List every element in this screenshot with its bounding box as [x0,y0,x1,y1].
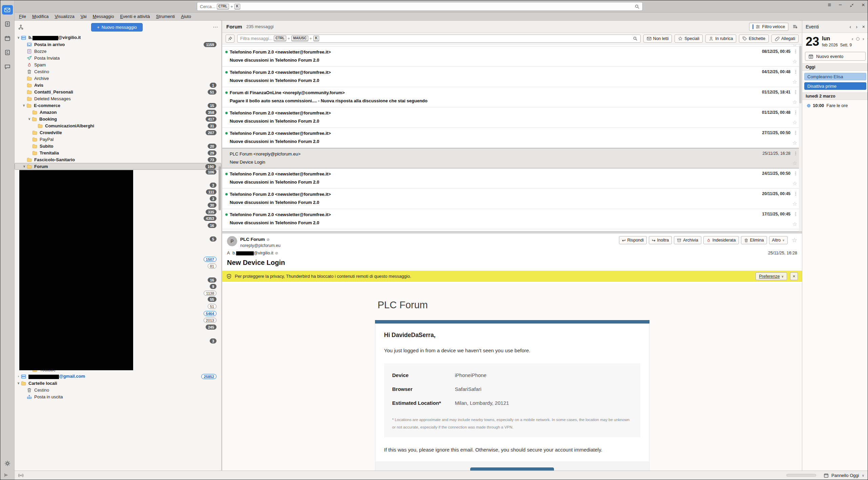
chevron-down-icon[interactable]: ∨ [16,36,21,39]
unread-dot[interactable] [225,173,228,175]
settings-gear-icon[interactable] [2,459,13,468]
unread-dot[interactable] [225,193,228,195]
folder-row-forum-selected[interactable]: ∨Forum190 [15,163,221,170]
menu-messaggio[interactable]: Messaggio [90,13,117,20]
chevron-down-icon[interactable]: ∨ [22,165,27,168]
folder-row-spam[interactable]: Spam [15,61,221,68]
folder-row-deleted-messages[interactable]: Deleted Messages [15,95,221,102]
filter-contacts-button[interactable]: In rubrica [705,35,736,43]
addressbook-space-button[interactable] [2,19,13,29]
folder-row-outbox[interactable]: Posta in uscita [15,393,221,400]
quick-filter-toggle-button[interactable]: Filtro veloce [749,23,788,31]
menu-vai[interactable]: Vai [78,13,90,20]
horizontal-scrollbar[interactable] [786,474,816,477]
star-icon[interactable]: ☆ [792,140,797,146]
app-menu-button[interactable]: ≡ [828,2,831,8]
folder-row-local-folders[interactable]: ∨ Cartelle locali [15,380,221,387]
event-item-selected[interactable]: Disattiva prime [804,82,866,90]
kebab-menu-icon[interactable]: ⋮ [793,89,798,95]
message-row[interactable]: Telefonino Forum 2.0 <newsletter@forumfr… [222,107,802,128]
chevron-down-icon[interactable]: ∨ [27,117,32,121]
chevron-down-icon[interactable]: ∨ [21,104,26,107]
kebab-menu-icon[interactable]: ⋮ [793,130,798,135]
folder-row-comunicazioni-alberghi[interactable]: ComunicazioniAlberghi31 [15,122,221,129]
folder-row-archive[interactable]: Archive [15,75,221,82]
sender-email[interactable]: noreply@plcforum.eu [240,243,281,248]
message-row[interactable]: Telefonino Forum 2.0 <newsletter@forumfr… [222,128,802,148]
folder-pane-options-icon[interactable]: ⋯ [213,24,218,30]
archive-button[interactable]: Archivia [674,236,701,244]
event-item[interactable]: Compleanno Elisa [804,73,866,80]
filter-unread-button[interactable]: Non letti [643,35,672,43]
menu-aiuto[interactable]: Aiuto [178,13,194,20]
star-icon[interactable]: ☆ [792,160,797,166]
star-icon[interactable]: ☆ [792,119,797,126]
kebab-menu-icon[interactable]: ⋮ [793,69,798,74]
folder-row-trash[interactable]: Cestino [15,68,221,75]
message-row-selected[interactable]: PLC Forum <noreply@plcforum.eu>25/11/25,… [222,148,802,168]
star-icon[interactable]: ☆ [792,221,797,227]
filter-messages-input[interactable]: Filtra messaggi... CTRL+MAIUSC+K [237,35,641,43]
kebab-menu-icon[interactable]: ⋮ [793,151,798,156]
new-event-button[interactable]: Nuovo evento [805,52,866,61]
search-icon[interactable] [635,4,640,9]
folder-row-contatti-personali[interactable]: Contatti_Personali51 [15,88,221,95]
message-list-scrollbar[interactable] [799,44,802,231]
folder-row-booking[interactable]: ∨Booking417 [15,116,221,122]
message-row[interactable]: Telefonino Forum 2.0 <newsletter@forumfr… [222,67,802,87]
message-row[interactable]: Telefonino Forum 2.0 <newsletter@forumfr… [222,189,802,209]
kebab-menu-icon[interactable]: ⋮ [793,110,798,115]
star-icon[interactable]: ☆ [792,58,797,65]
message-row[interactable]: Forum di FinanzaOnLine <noreply@communit… [222,87,802,107]
star-icon[interactable]: ☆ [792,79,797,85]
reply-button[interactable]: ↩Rispondi [619,236,647,244]
chevron-down-icon[interactable]: ∨ [862,474,864,477]
folder-row-inbox[interactable]: Posta in arrivo1159 [15,41,221,48]
mail-space-button[interactable] [2,5,13,15]
delete-button[interactable]: Elimina [741,236,767,244]
sticky-filter-pin-button[interactable] [226,35,234,43]
unread-dot[interactable] [225,51,228,53]
chat-space-button[interactable] [2,62,13,71]
tasks-space-button[interactable] [2,48,13,57]
unread-dot[interactable] [225,213,228,216]
restore-button[interactable] [849,2,854,8]
kebab-menu-icon[interactable]: ⋮ [793,191,798,196]
unread-dot[interactable] [225,71,228,74]
collapse-spaces-icon[interactable] [4,472,9,478]
folder-row-amazon[interactable]: Amazon358 [15,109,221,116]
today-panel-toggle[interactable]: Pannello Oggi [831,473,859,478]
chevron-down-icon[interactable]: ∨ [16,381,21,385]
not-in-addressbook-icon[interactable]: ⊘ [275,251,278,255]
folder-row-ecommerce[interactable]: ∨E-commerce15 [15,102,221,109]
minimize-button[interactable]: − [839,2,842,8]
folder-row-subito[interactable]: Subito20 [15,143,221,149]
folder-pane-scrollbar[interactable] [219,166,221,210]
filter-tags-button[interactable]: Etichette [739,35,769,43]
global-search-input[interactable]: Cerca... CTRL + K [197,2,643,11]
calendar-space-button[interactable] [2,34,13,43]
star-message-icon[interactable]: ☆ [792,236,797,244]
junk-button[interactable]: Indesiderata [703,236,739,244]
message-row[interactable]: Telefonino Forum 2.0 <newsletter@forumfr… [222,209,802,229]
folder-row-local-trash[interactable]: Cestino [15,387,221,393]
folder-row-sent[interactable]: Posta Inviata [15,55,221,61]
folder-row-trenitalia[interactable]: Trenitalia29 [15,149,221,156]
menu-modifica[interactable]: Modifica [29,13,51,20]
close-today-pane-icon[interactable]: × [862,24,865,29]
recipient-address[interactable]: b.@virgilio.it [232,251,273,255]
folder-row-fascicolo-sanitario[interactable]: Fascicolo-Sanitario73 [15,156,221,163]
list-display-options-icon[interactable] [792,24,798,30]
prev-day-icon[interactable]: ‹ [852,37,853,41]
not-in-addressbook-icon[interactable]: ⊘ [267,237,270,242]
folder-row-crowdville[interactable]: Crowdville207 [15,129,221,136]
menu-eventi[interactable]: Eventi e attività [117,13,153,20]
previous-icon[interactable]: ‹ [849,24,851,29]
star-icon[interactable]: ☆ [792,180,797,187]
next-day-icon[interactable]: › [863,37,864,41]
folder-row-account-virgilio[interactable]: ∨ b.@virgilio.it [15,34,221,41]
menu-visualizza[interactable]: Visualizza [51,13,77,20]
banner-close-button[interactable]: × [790,272,798,280]
today-dot-icon[interactable] [856,37,860,41]
banner-preferences-button[interactable]: Preferenze∨ [756,272,787,280]
